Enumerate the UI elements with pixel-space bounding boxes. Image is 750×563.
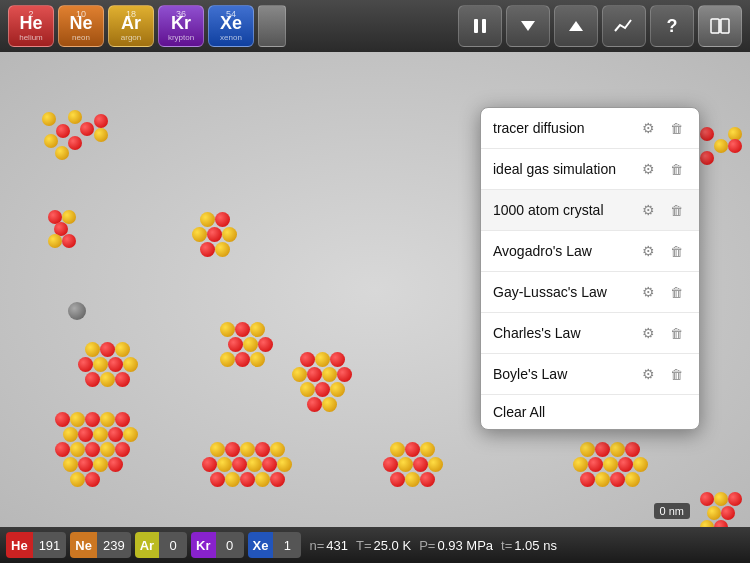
- atom: [78, 457, 93, 472]
- atom: [222, 227, 237, 242]
- trash-icon[interactable]: [665, 363, 687, 385]
- atom: [123, 357, 138, 372]
- chart-button[interactable]: [602, 5, 646, 47]
- atom: [603, 457, 618, 472]
- atom: [85, 472, 100, 487]
- atom: [322, 367, 337, 382]
- menu-item-charles[interactable]: Charles's Law: [481, 313, 699, 354]
- atom: [70, 472, 85, 487]
- svg-marker-2: [521, 21, 535, 31]
- chart-icon: [613, 17, 635, 35]
- step-down-button[interactable]: [506, 5, 550, 47]
- atom: [255, 442, 270, 457]
- trash-icon[interactable]: [665, 158, 687, 180]
- atom: [714, 139, 728, 153]
- stat-time-value: 1.05 ns: [514, 538, 557, 553]
- atom: [225, 442, 240, 457]
- atom: [94, 128, 108, 142]
- gear-icon[interactable]: [637, 158, 659, 180]
- atom: [580, 442, 595, 457]
- atom: [85, 372, 100, 387]
- menu-item-clear-all[interactable]: Clear All: [481, 395, 699, 429]
- atom: [123, 427, 138, 442]
- atom: [625, 442, 640, 457]
- atom: [42, 112, 56, 126]
- atom: [235, 322, 250, 337]
- atom: [250, 352, 265, 367]
- trash-icon[interactable]: [665, 240, 687, 262]
- menu-item-boyles[interactable]: Boyle's Law: [481, 354, 699, 395]
- status-xe: Xe 1: [248, 532, 302, 558]
- status-xe-count: 1: [273, 532, 301, 558]
- menu-item-tracer-diffusion[interactable]: tracer diffusion: [481, 108, 699, 149]
- element-box-extra[interactable]: [258, 5, 286, 47]
- atom: [48, 234, 62, 248]
- atom: [202, 457, 217, 472]
- menu-item-ideal-gas[interactable]: ideal gas simulation: [481, 149, 699, 190]
- atom: [225, 472, 240, 487]
- menu-item-label: Charles's Law: [493, 325, 637, 341]
- atom: [85, 442, 100, 457]
- menu-item-avogadros[interactable]: Avogadro's Law: [481, 231, 699, 272]
- gear-icon[interactable]: [637, 240, 659, 262]
- help-button[interactable]: ?: [650, 5, 694, 47]
- status-he-label: He: [6, 532, 33, 558]
- question-mark-icon: ?: [667, 16, 678, 37]
- gear-icon[interactable]: [637, 117, 659, 139]
- atom: [56, 124, 70, 138]
- atom: [115, 442, 130, 457]
- stat-pressure-value: 0.93 MPa: [437, 538, 493, 553]
- status-kr-label: Kr: [191, 532, 215, 558]
- pause-button[interactable]: [458, 5, 502, 47]
- atom: [595, 442, 610, 457]
- atom: [220, 352, 235, 367]
- trash-icon[interactable]: [665, 281, 687, 303]
- status-kr-count: 0: [216, 532, 244, 558]
- status-he-count: 191: [33, 532, 67, 558]
- menu-item-label: ideal gas simulation: [493, 161, 637, 177]
- gear-icon[interactable]: [637, 363, 659, 385]
- atom: [94, 114, 108, 128]
- step-up-button[interactable]: [554, 5, 598, 47]
- element-btn-ar[interactable]: 18 Ar argon: [108, 5, 154, 47]
- atom: [618, 457, 633, 472]
- trash-icon[interactable]: [665, 322, 687, 344]
- element-btn-he[interactable]: 2 He helium: [8, 5, 54, 47]
- atom: [100, 372, 115, 387]
- atom: [78, 427, 93, 442]
- name-kr: krypton: [168, 33, 194, 42]
- atom-gray: [68, 302, 86, 320]
- atom: [610, 472, 625, 487]
- atom: [100, 412, 115, 427]
- atom: [633, 457, 648, 472]
- trash-icon[interactable]: [665, 117, 687, 139]
- svg-rect-5: [721, 19, 729, 33]
- scale-label: 0 nm: [654, 503, 690, 519]
- atom: [108, 457, 123, 472]
- element-btn-kr[interactable]: 36 Kr krypton: [158, 5, 204, 47]
- presets-button[interactable]: [698, 5, 742, 47]
- atom: [232, 457, 247, 472]
- gear-icon[interactable]: [637, 281, 659, 303]
- atom: [292, 367, 307, 382]
- atom: [207, 227, 222, 242]
- atom: [210, 442, 225, 457]
- atom: [580, 472, 595, 487]
- gear-icon[interactable]: [637, 199, 659, 221]
- atom: [405, 442, 420, 457]
- menu-item-gay-lussac[interactable]: Gay-Lussac's Law: [481, 272, 699, 313]
- element-btn-ne[interactable]: 10 Ne neon: [58, 5, 104, 47]
- atom: [215, 212, 230, 227]
- atom: [405, 472, 420, 487]
- gear-icon[interactable]: [637, 322, 659, 344]
- atom: [700, 127, 714, 141]
- atom: [573, 457, 588, 472]
- svg-rect-1: [482, 19, 486, 33]
- menu-item-1000-atom[interactable]: 1000 atom crystal: [481, 190, 699, 231]
- name-he: helium: [19, 33, 43, 42]
- atom: [63, 427, 78, 442]
- element-btn-xe[interactable]: 54 Xe xenon: [208, 5, 254, 47]
- book-icon: [709, 17, 731, 35]
- trash-icon[interactable]: [665, 199, 687, 221]
- atom: [700, 492, 714, 506]
